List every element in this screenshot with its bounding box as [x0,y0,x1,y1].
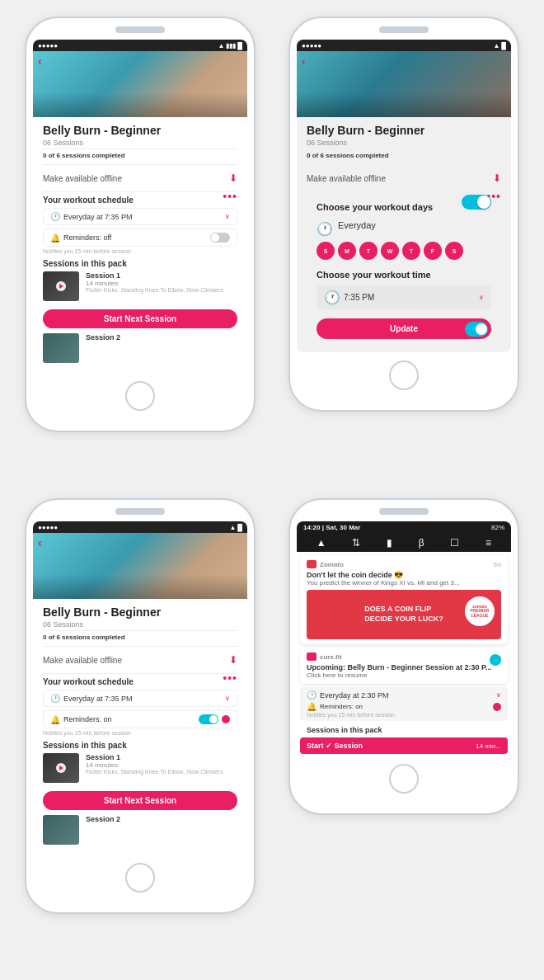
session-item-3-1[interactable]: Session 1 14 minutes Flutter Kicks, Stan… [43,753,237,783]
phone-frame-3: ●●●●● ▲ █ ‹ ••• Belly Burn - Beginner 06… [25,498,256,914]
zomato-notif-body: You predict the winner of Kings XI vs. M… [307,579,501,587]
back-button[interactable]: ‹ [38,54,42,68]
curefit-indicator [490,654,501,666]
start-session-banner[interactable]: Start ✓ Session 14 min... [300,737,508,754]
back-button-3[interactable]: ‹ [38,536,42,549]
offline-row-1[interactable]: Make available offline ⬇ [43,168,237,188]
phone-1: ●●●●● ▲ ▮▮▮ █ ‹ ••• Belly Burn - Beginne… [16,16,264,482]
session-item-1[interactable]: Session 1 14 minutes Flutter Kicks, Stan… [43,271,237,301]
phone-speaker-3 [115,508,165,515]
hero-image-1: ‹ [33,51,247,117]
session-1-exercises: Flutter Kicks, Standing Knee To Elbow, S… [86,287,237,293]
sessions-count-3: 06 Sessions [43,620,237,629]
more-options-button[interactable]: ••• [223,190,237,203]
reminder-row-1: 🔔 Reminders: off [43,229,237,247]
start-next-session-button-1[interactable]: Start Next Session [43,309,237,328]
toggle-knob-3 [209,715,218,723]
status-bar-left-3: ●●●●● [38,524,58,531]
content-area-3: ••• Belly Burn - Beginner 06 Sessions 0 … [33,599,247,855]
zomato-notif-header: Zomato 3m [307,560,501,568]
clock-icon-3: 🕐 [50,694,60,703]
status-bar-1: ●●●●● ▲ ▮▮▮ █ [33,40,247,51]
play-icon-1 [56,281,66,291]
phone-speaker [115,26,165,33]
reminder-active-dot [222,715,230,723]
offline-row-3[interactable]: Make available offline ⬇ [43,650,237,670]
schedule-time-text-3: Everyday at 7:35 PM [63,695,133,703]
start-next-session-button-3[interactable]: Start Next Session [43,791,237,810]
hero-overlay-3 [33,574,247,599]
battery-status: 82% [491,524,504,531]
clock-icon-1: 🕐 [50,212,60,221]
power-button-3 [254,566,256,582]
day-circle-t1[interactable]: T [359,242,378,260]
offline-row-2[interactable]: Make available offline ⬇ [307,168,501,188]
wifi-icon-3: ▲ [229,524,236,531]
bell-icon-1: 🔔 [50,233,60,243]
schedule-time-row[interactable]: 🕐 Everyday at 7:35 PM ∨ [43,208,237,225]
divider-s2-2 [307,191,501,192]
session-3-1-duration: 14 minutes [86,761,237,769]
schedule-time-text: Everyday at 7:35 PM [63,213,133,221]
divider-2 [43,191,237,192]
offline-label-1: Make available offline [43,174,122,183]
zomato-notif-time: 3m [493,562,501,568]
phone-screen-3: ●●●●● ▲ █ ‹ ••• Belly Burn - Beginner 06… [33,521,247,855]
days-toggle[interactable] [462,195,491,210]
home-button-3[interactable] [125,863,155,893]
curefit-schedule-left: 🕐 Everyday at 2:30 PM [307,690,389,700]
session-duration-s4: 14 min... [476,742,501,750]
back-button-2[interactable]: ‹ [302,54,306,68]
curefit-app-name: cure.fit [320,653,342,661]
curefit-notif-title: Upcoming: Belly Burn - Beginner Session … [307,663,501,671]
reminder-text-1: Reminders: off [63,233,111,242]
divider-1 [43,164,237,165]
phone-speaker-2 [379,26,429,33]
day-circle-s2[interactable]: S [445,242,463,260]
reminder-toggle-3[interactable] [199,714,218,724]
reminder-sub-3: Notifies you 15 min before session [43,730,237,736]
more-notif-icon: ≡ [485,537,491,549]
session-item-2-preview: Session 2 [43,333,237,363]
schedule-left: 🕐 Everyday at 7:35 PM [50,212,133,221]
clock-icon-s2: 🕐 [317,221,333,237]
day-circle-s[interactable]: S [317,242,335,260]
session-1-duration: 14 minutes [86,280,237,287]
wifi-icon-2: ▲ [493,42,499,49]
divider-s3-2 [43,673,237,674]
reminder-row-3: 🔔 Reminders: on [43,710,237,728]
day-circle-t2[interactable]: T [402,242,420,260]
home-button-2[interactable] [389,360,419,390]
choose-days-section: Choose your workout days 🕐 Everyday S M … [307,196,501,346]
day-circle-f[interactable]: F [424,242,442,260]
bluetooth-notif-icon: β [419,537,424,549]
chevron-down-icon-3: ∨ [225,695,230,702]
schedule-time-row-3[interactable]: 🕐 Everyday at 7:35 PM ∨ [43,690,237,707]
status-bar-left-2: ●●●●● [302,42,321,49]
day-circles-row: S M T W T F S [317,242,491,260]
workout-title-3: Belly Burn - Beginner [43,605,237,619]
day-circle-w[interactable]: W [381,242,399,260]
content-area-1: ••• Belly Burn - Beginner 06 Sessions 0 … [33,117,247,373]
curefit-notif-header: cure.fit 4m [307,653,501,661]
reminder-toggle-1[interactable] [210,233,230,243]
more-options-button-3[interactable]: ••• [223,671,237,685]
data-notif-icon: ⇅ [352,537,360,549]
home-button-4[interactable] [389,764,419,794]
zomato-banner: DOES A COIN FLIPDECIDE YOUR LUCK? zomato… [307,590,501,639]
time-row[interactable]: 🕐 7:35 PM ∨ [317,285,491,310]
phone-notif-icon: ☐ [450,537,459,549]
session-2-info: Session 2 [86,333,237,342]
battery-icon-3: █ [237,524,242,531]
clock-icon-s2-time: 🕐 [324,290,340,305]
session-item-3-2-preview: Session 2 [43,815,237,845]
power-button [254,84,256,101]
home-button-1[interactable] [125,381,155,411]
day-circle-m[interactable]: M [338,242,356,260]
curefit-notification[interactable]: cure.fit 4m Upcoming: Belly Burn - Begin… [300,648,508,684]
curefit-schedule-row: 🕐 Everyday at 2:30 PM ∨ 🔔 Reminders: on … [300,687,508,721]
phone-screen-4: 14:20 | Sat, 30 Mar 82% ▲ ⇅ ▮ β ☐ ≡ Zoma… [297,521,511,756]
time-value: 7:35 PM [344,293,374,302]
zomato-notification[interactable]: Zomato 3m Don't let the coin decide 😎 Yo… [300,555,508,644]
session-3-1-exercises: Flutter Kicks, Standing Knee To Elbow, S… [86,769,237,775]
